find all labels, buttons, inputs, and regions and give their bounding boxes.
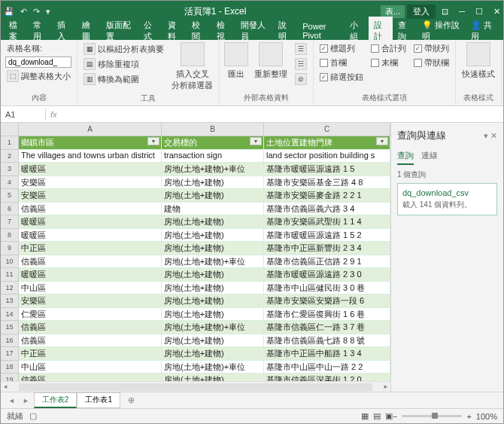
- row-header[interactable]: 17: [1, 347, 19, 361]
- cell[interactable]: 基隆市安樂區基金三路 4 8: [264, 176, 390, 190]
- cell[interactable]: 基隆市信義區義六路 3 4: [264, 203, 390, 216]
- cell[interactable]: land sector position building s: [264, 150, 390, 163]
- name-box[interactable]: A1: [1, 108, 46, 120]
- cell[interactable]: 基隆市暖暖區源遠路 1 5 2: [264, 229, 390, 243]
- zoom-out-button[interactable]: −: [393, 412, 397, 421]
- save-icon[interactable]: 💾: [4, 7, 14, 17]
- cell[interactable]: 基隆市安樂區麥金路 2 2 1: [264, 189, 390, 203]
- redo-icon[interactable]: ↷: [33, 7, 40, 17]
- table-name-input[interactable]: [5, 56, 71, 68]
- select-all-corner[interactable]: [1, 123, 19, 136]
- cell[interactable]: 暖暖區: [19, 163, 162, 176]
- cell[interactable]: 中山區: [19, 282, 162, 295]
- cell[interactable]: 房地(土地+建物): [162, 189, 264, 203]
- cell[interactable]: 房地(土地+建物): [162, 294, 264, 308]
- cell[interactable]: 房地(土地+建物): [162, 308, 264, 322]
- cell[interactable]: 房地(土地+建物): [162, 229, 264, 243]
- maximize-icon[interactable]: ☐: [475, 7, 483, 17]
- cell[interactable]: 房地(土地+建物): [162, 268, 264, 282]
- view-normal-icon[interactable]: ▦: [361, 411, 369, 421]
- row-header[interactable]: 14: [1, 308, 19, 322]
- slicer-icon[interactable]: [181, 42, 205, 66]
- row-header[interactable]: 10: [1, 255, 19, 269]
- undo-icon[interactable]: ↶: [20, 7, 27, 17]
- cell[interactable]: 房地(土地+建物)+車位: [162, 255, 264, 269]
- cell[interactable]: 基隆市安樂區武聖街 1 1 4: [264, 215, 390, 229]
- cell[interactable]: 房地(土地+建物)+車位: [162, 361, 264, 374]
- cell[interactable]: 房地(土地+建物)+車位: [162, 321, 264, 334]
- cell[interactable]: 基隆市暖暖區源遠路 1 5: [264, 163, 390, 176]
- style-option-checkbox[interactable]: 首欄: [318, 56, 365, 69]
- scroll-right-icon[interactable]: ►: [381, 383, 390, 390]
- style-option-checkbox[interactable]: 末欄: [369, 56, 408, 69]
- cell[interactable]: 基隆市仁愛區復興街 1 6 巷: [264, 308, 390, 322]
- cell[interactable]: 安樂區: [19, 189, 162, 203]
- row-header[interactable]: 4: [1, 176, 19, 190]
- view-layout-icon[interactable]: ▤: [373, 411, 381, 421]
- cell[interactable]: 中山區: [19, 361, 162, 374]
- pane-menu-icon[interactable]: ▾ ✕: [484, 131, 497, 141]
- row-header[interactable]: 18: [1, 361, 19, 374]
- ribbon-options-icon[interactable]: ⊡: [442, 7, 448, 17]
- dedup-button[interactable]: ▤移除重複項: [82, 57, 165, 71]
- cell[interactable]: 信義區: [19, 255, 162, 269]
- cell[interactable]: 中正區: [19, 242, 162, 255]
- cell[interactable]: 基隆市中山區中山一路 2 2: [264, 361, 390, 374]
- style-option-checkbox[interactable]: 篩選按鈕: [318, 71, 365, 84]
- worksheet-grid[interactable]: A B C 1鄉鎮市區交易標的土地位置建物門牌2The villages and…: [1, 123, 390, 392]
- pivot-button[interactable]: ▦以樞紐分析表摘要: [82, 42, 165, 56]
- cell[interactable]: 基隆市信義區正信路 2 9 1: [264, 255, 390, 269]
- cell[interactable]: 建物: [162, 203, 264, 216]
- cell[interactable]: 基隆市中山區健民街 3 0 巷: [264, 282, 390, 295]
- horizontal-scrollbar[interactable]: ◄ ►: [1, 381, 390, 392]
- style-option-checkbox[interactable]: 帶狀欄: [412, 56, 451, 69]
- view-pagebreak-icon[interactable]: ▣: [385, 411, 393, 421]
- cell[interactable]: 房地(土地+建物): [162, 334, 264, 348]
- table-header-cell[interactable]: 交易標的: [162, 136, 264, 150]
- row-header[interactable]: 15: [1, 321, 19, 334]
- convert-range-button[interactable]: ▥轉換為範圍: [82, 72, 165, 86]
- cell[interactable]: 基隆市暖暖區源遠路 2 3 0: [264, 268, 390, 282]
- row-header[interactable]: 3: [1, 163, 19, 176]
- row-header[interactable]: 8: [1, 229, 19, 243]
- export-icon[interactable]: [224, 42, 248, 66]
- cell[interactable]: 基隆市信義區深美街 1 2 0: [264, 374, 390, 381]
- row-header[interactable]: 6: [1, 203, 19, 216]
- column-header[interactable]: B: [162, 123, 264, 136]
- slicer-button[interactable]: 插入交叉 分析篩選器: [170, 68, 214, 92]
- cell[interactable]: transaction sign: [162, 150, 264, 163]
- cell[interactable]: 房地(土地+建物): [162, 347, 264, 361]
- column-header[interactable]: C: [264, 123, 390, 136]
- fx-icon[interactable]: fx: [50, 110, 57, 119]
- style-option-checkbox[interactable]: 合計列: [369, 42, 408, 55]
- cell[interactable]: 基隆市安樂區安樂路一段 6: [264, 294, 390, 308]
- quick-style-icon[interactable]: [466, 42, 490, 66]
- cell[interactable]: 房地(土地+建物): [162, 176, 264, 190]
- refresh-icon[interactable]: [259, 42, 283, 66]
- row-header[interactable]: 12: [1, 282, 19, 295]
- style-option-checkbox[interactable]: 帶狀列: [412, 42, 451, 55]
- row-header[interactable]: 7: [1, 215, 19, 229]
- cell[interactable]: 安樂區: [19, 294, 162, 308]
- cell[interactable]: 房地(土地+建物)+車位: [162, 163, 264, 176]
- cell[interactable]: 房地(土地+建物): [162, 374, 264, 381]
- row-header[interactable]: 2: [1, 150, 19, 163]
- cell[interactable]: 信義區: [19, 321, 162, 334]
- style-option-checkbox[interactable]: 標題列: [318, 42, 365, 55]
- cell[interactable]: 房地(土地+建物): [162, 242, 264, 255]
- qat-more-icon[interactable]: ▾: [46, 7, 50, 17]
- cell[interactable]: The villages and towns urban district: [19, 150, 162, 163]
- sheet-nav-next-icon[interactable]: ►: [20, 397, 32, 404]
- cell[interactable]: 中正區: [19, 347, 162, 361]
- cell[interactable]: 仁愛區: [19, 308, 162, 322]
- cell[interactable]: 暖暖區: [19, 229, 162, 243]
- sheet-tab[interactable]: 工作表1: [77, 392, 120, 408]
- export-button[interactable]: 匯出: [226, 68, 246, 81]
- cell[interactable]: 基隆市中正區新豐街 2 3 4: [264, 242, 390, 255]
- row-header[interactable]: 16: [1, 334, 19, 348]
- cell[interactable]: 暖暖區: [19, 215, 162, 229]
- new-sheet-button[interactable]: ⊕: [122, 395, 141, 405]
- cell[interactable]: 基隆市信義區義七路 8 8 號: [264, 334, 390, 348]
- pane-tab-queries[interactable]: 查詢: [397, 150, 414, 165]
- table-header-cell[interactable]: 鄉鎮市區: [19, 136, 162, 150]
